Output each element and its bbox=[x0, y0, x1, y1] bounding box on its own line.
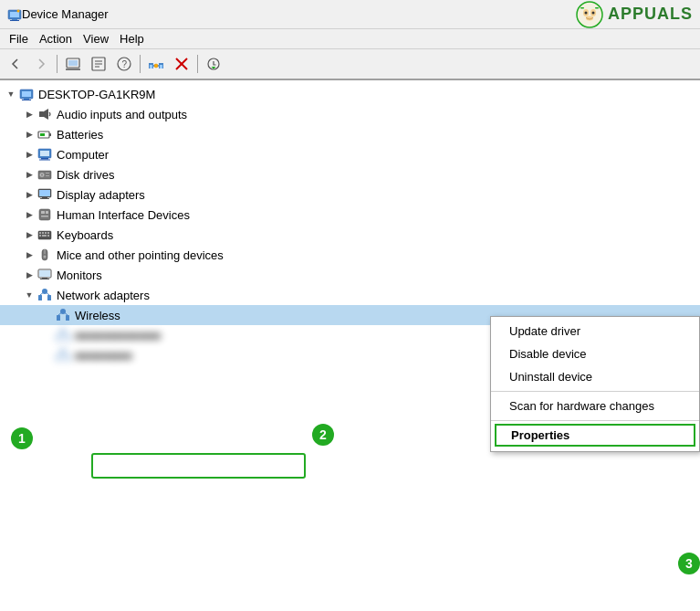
tree-disk[interactable]: Disk drives bbox=[0, 164, 700, 184]
title-bar-text: Device Manager bbox=[22, 7, 109, 21]
monitors-expand-btn[interactable] bbox=[22, 268, 37, 282]
svg-rect-50 bbox=[42, 197, 47, 198]
svg-rect-59 bbox=[45, 232, 47, 234]
back-button[interactable] bbox=[4, 52, 27, 76]
menu-action[interactable]: Action bbox=[34, 31, 78, 47]
svg-point-5 bbox=[577, 2, 602, 27]
mouse-icon bbox=[37, 247, 53, 263]
tree-batteries[interactable]: Batteries bbox=[0, 124, 700, 144]
batteries-label: Batteries bbox=[57, 128, 103, 142]
menu-help[interactable]: Help bbox=[114, 31, 150, 47]
batteries-icon bbox=[37, 126, 53, 142]
svg-rect-57 bbox=[39, 232, 41, 234]
show-hidden-button[interactable] bbox=[61, 52, 85, 76]
menu-file[interactable]: File bbox=[4, 31, 34, 47]
svg-rect-71 bbox=[38, 295, 42, 300]
audio-label: Audio inputs and outputs bbox=[57, 108, 187, 121]
context-update-driver[interactable]: Update driver bbox=[491, 320, 699, 342]
context-properties[interactable]: Properties bbox=[495, 424, 695, 447]
tree-root[interactable]: DESKTOP-GA1KR9M bbox=[0, 84, 700, 104]
keyboards-expand-btn[interactable] bbox=[22, 227, 37, 242]
delete-button[interactable] bbox=[170, 52, 193, 76]
context-scan-hardware[interactable]: Scan for hardware changes bbox=[491, 395, 699, 417]
properties-button[interactable] bbox=[87, 52, 110, 76]
svg-rect-42 bbox=[39, 160, 50, 161]
forward-button[interactable] bbox=[29, 52, 53, 76]
blurred-2-label: ■■■■■■■■ bbox=[75, 349, 132, 363]
hid-icon bbox=[37, 206, 53, 223]
tree-network[interactable]: Network adapters bbox=[0, 285, 700, 305]
menu-view[interactable]: View bbox=[78, 31, 114, 47]
tree-display[interactable]: Display adapters bbox=[0, 184, 700, 205]
mice-expand-btn[interactable] bbox=[22, 248, 37, 262]
svg-rect-23 bbox=[150, 65, 152, 68]
svg-rect-11 bbox=[580, 7, 584, 9]
context-divider-1 bbox=[491, 391, 699, 392]
annotation-3: 3 bbox=[678, 553, 700, 574]
hid-expand-btn[interactable] bbox=[22, 207, 37, 222]
batteries-expand-btn[interactable] bbox=[22, 127, 37, 142]
keyboards-label: Keyboards bbox=[57, 228, 113, 242]
svg-rect-70 bbox=[40, 279, 49, 279]
toolbar-separator-2 bbox=[140, 55, 141, 73]
title-bar: Device Manager APPUALS bbox=[0, 0, 700, 29]
toolbar: ? bbox=[0, 49, 700, 80]
root-label: DESKTOP-GA1KR9M bbox=[38, 88, 155, 101]
audio-expand-btn[interactable] bbox=[22, 107, 37, 121]
network-expand-btn[interactable] bbox=[22, 288, 37, 302]
tree-audio[interactable]: Audio inputs and outputs bbox=[0, 104, 700, 124]
svg-point-66 bbox=[44, 256, 47, 258]
svg-rect-3 bbox=[10, 20, 19, 21]
appuals-text: APPUALS bbox=[608, 5, 693, 24]
svg-rect-40 bbox=[40, 151, 49, 156]
svg-rect-46 bbox=[46, 173, 49, 174]
wireless-label: Wireless bbox=[75, 309, 120, 322]
display-expand-btn[interactable] bbox=[22, 187, 37, 202]
svg-rect-1 bbox=[10, 12, 19, 17]
tree-hid[interactable]: Human Interface Devices bbox=[0, 205, 700, 225]
svg-rect-41 bbox=[41, 158, 48, 160]
svg-text:?: ? bbox=[122, 59, 128, 69]
display-icon bbox=[37, 186, 53, 203]
annotation-1: 1 bbox=[11, 427, 33, 449]
svg-rect-49 bbox=[39, 190, 50, 196]
blurred-1-label: ■■■■■■■■■■■■ bbox=[75, 329, 161, 342]
svg-point-9 bbox=[591, 11, 594, 14]
tree-keyboards[interactable]: Keyboards bbox=[0, 225, 700, 245]
computer-expand-btn[interactable] bbox=[22, 147, 37, 162]
svg-rect-12 bbox=[595, 7, 599, 9]
svg-rect-72 bbox=[47, 295, 51, 300]
svg-rect-77 bbox=[66, 315, 69, 321]
svg-point-86 bbox=[60, 349, 66, 354]
svg-point-8 bbox=[584, 11, 587, 14]
svg-rect-37 bbox=[49, 133, 51, 136]
svg-rect-47 bbox=[46, 175, 49, 176]
monitors-label: Monitors bbox=[57, 269, 102, 282]
context-disable-device[interactable]: Disable device bbox=[491, 342, 699, 365]
svg-rect-76 bbox=[57, 315, 60, 321]
svg-point-27 bbox=[154, 64, 158, 68]
svg-point-4 bbox=[17, 9, 20, 12]
svg-rect-54 bbox=[46, 211, 48, 214]
svg-rect-84 bbox=[57, 355, 60, 361]
audio-icon bbox=[37, 106, 53, 122]
svg-rect-32 bbox=[22, 91, 31, 97]
tree-computer[interactable]: Computer bbox=[0, 144, 700, 164]
help-button[interactable]: ? bbox=[112, 52, 136, 76]
svg-rect-58 bbox=[42, 232, 44, 234]
tree-monitors[interactable]: Monitors bbox=[0, 265, 700, 285]
network-button[interactable] bbox=[144, 52, 168, 76]
scan-button[interactable] bbox=[202, 52, 225, 76]
disk-expand-btn[interactable] bbox=[22, 167, 37, 182]
svg-rect-82 bbox=[66, 335, 69, 341]
tree-mice[interactable]: Mice and other pointing devices bbox=[0, 245, 700, 265]
blurred-2-icon bbox=[55, 347, 71, 363]
display-label: Display adapters bbox=[57, 188, 145, 202]
network-icon bbox=[37, 287, 53, 303]
root-expand-btn[interactable] bbox=[4, 87, 18, 101]
hid-label: Human Interface Devices bbox=[57, 208, 190, 222]
svg-rect-55 bbox=[41, 216, 48, 217]
context-uninstall-device[interactable]: Uninstall device bbox=[491, 365, 699, 388]
svg-rect-53 bbox=[41, 211, 45, 214]
disk-icon bbox=[37, 166, 53, 183]
